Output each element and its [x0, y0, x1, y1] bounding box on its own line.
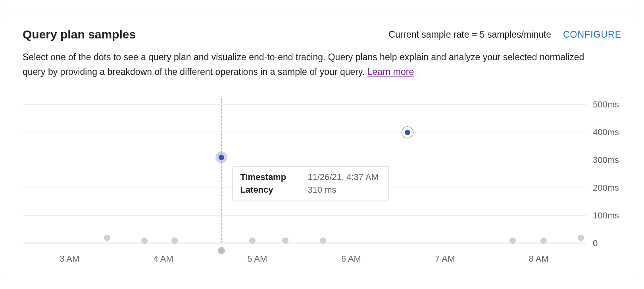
- chart-data-point[interactable]: [141, 237, 148, 244]
- chart-y-axis: 0100ms200ms300ms400ms500ms: [586, 97, 621, 251]
- chart-data-point[interactable]: [171, 237, 178, 244]
- configure-button[interactable]: CONFIGURE: [563, 29, 621, 40]
- y-tick-label: 100ms: [593, 211, 619, 221]
- adjacent-card-edge: [5, 0, 639, 5]
- card-header-right: Current sample rate = 5 samples/minute C…: [388, 29, 621, 40]
- tooltip-row-value: 310 ms: [308, 185, 336, 195]
- description-text: Select one of the dots to see a query pl…: [23, 52, 584, 77]
- tooltip-row-label: Timestamp: [240, 172, 308, 182]
- chart-data-point[interactable]: [249, 237, 256, 244]
- chart-data-point[interactable]: [104, 235, 110, 241]
- x-tick-label: 5 AM: [247, 254, 267, 264]
- chart-data-point[interactable]: [320, 237, 326, 244]
- card-header: Query plan samples Current sample rate =…: [23, 28, 621, 41]
- y-tick-label: 200ms: [593, 183, 619, 193]
- y-tick-label: 300ms: [593, 155, 619, 165]
- card-title: Query plan samples: [23, 28, 136, 41]
- y-tick-label: 500ms: [593, 100, 619, 110]
- learn-more-link[interactable]: Learn more: [367, 67, 414, 77]
- chart-x-axis: 3 AM4 AM5 AM6 AM7 AM8 AM: [23, 254, 621, 266]
- chart-data-point[interactable]: [405, 130, 410, 135]
- query-plan-samples-card: Query plan samples Current sample rate =…: [5, 15, 639, 277]
- x-tick-label: 6 AM: [341, 254, 361, 264]
- chart-tooltip: Timestamp 11/26/21, 4:37 AM Latency 310 …: [233, 166, 388, 201]
- chart-cursor-handle[interactable]: [218, 247, 225, 254]
- x-tick-label: 3 AM: [60, 254, 79, 264]
- y-tick-label: 0: [593, 238, 598, 249]
- chart-data-point[interactable]: [219, 155, 224, 160]
- x-tick-label: 4 AM: [154, 254, 173, 264]
- x-tick-label: 8 AM: [529, 254, 549, 264]
- x-tick-label: 7 AM: [435, 254, 455, 264]
- card-description: Select one of the dots to see a query pl…: [23, 50, 598, 79]
- chart-data-point[interactable]: [578, 235, 584, 241]
- chart-data-point[interactable]: [282, 237, 288, 244]
- y-tick-label: 400ms: [593, 127, 619, 138]
- latency-scatter-chart[interactable]: Timestamp 11/26/21, 4:37 AM Latency 310 …: [23, 97, 621, 251]
- chart-data-point[interactable]: [509, 237, 516, 244]
- chart-cursor-line: [221, 98, 222, 243]
- tooltip-row-label: Latency: [240, 185, 308, 195]
- chart-plot-area[interactable]: Timestamp 11/26/21, 4:37 AM Latency 310 …: [23, 97, 586, 251]
- chart-data-point[interactable]: [540, 237, 547, 244]
- tooltip-row-value: 11/26/21, 4:37 AM: [308, 172, 379, 182]
- sample-rate-text: Current sample rate = 5 samples/minute: [388, 29, 551, 40]
